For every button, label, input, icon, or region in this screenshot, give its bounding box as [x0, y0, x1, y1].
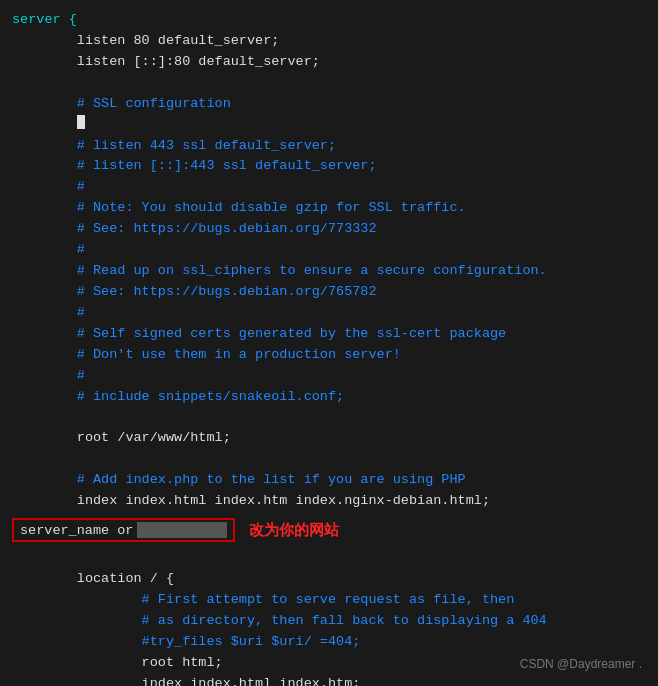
code-text: # Don't use them in a production server! [12, 345, 401, 366]
watermark: CSDN @Daydreamer . [520, 655, 642, 674]
code-text: root /var/www/html; [12, 428, 231, 449]
code-text: location / { [12, 569, 174, 590]
code-line: # Add index.php to the list if you are u… [12, 470, 646, 491]
code-line: # See: https://bugs.debian.org/765782 [12, 282, 646, 303]
code-line: # Don't use them in a production server! [12, 345, 646, 366]
code-line: server { [12, 10, 646, 31]
code-text: # listen [::]:443 ssl default_server; [12, 156, 377, 177]
code-line: index index.html index.htm; [12, 674, 646, 686]
code-text: server { [12, 10, 77, 31]
code-line: # [12, 303, 646, 324]
code-editor: server { listen 80 default_server; liste… [0, 0, 658, 686]
code-text: # [12, 366, 85, 387]
server-name-text: server_name or [20, 523, 133, 538]
code-line [12, 408, 646, 429]
code-text: listen [::]:80 default_server; [12, 52, 320, 73]
highlight-box: server_name or [12, 518, 235, 542]
code-line: listen [::]:80 default_server; [12, 52, 646, 73]
code-text: # [12, 177, 85, 198]
code-text: # Note: You should disable gzip for SSL … [12, 198, 466, 219]
code-line: # SSL configuration [12, 94, 646, 115]
code-line: # listen [::]:443 ssl default_server; [12, 156, 646, 177]
code-text [12, 408, 20, 429]
code-line: #try_files $uri $uri/ =404; [12, 632, 646, 653]
code-line [12, 73, 646, 94]
code-line: # See: https://bugs.debian.org/773332 [12, 219, 646, 240]
code-line: root /var/www/html; [12, 428, 646, 449]
code-line [12, 115, 646, 136]
code-text: # listen 443 ssl default_server; [12, 136, 336, 157]
code-text: # See: https://bugs.debian.org/773332 [12, 219, 377, 240]
code-line: index index.html index.htm index.nginx-d… [12, 491, 646, 512]
code-text: # Add index.php to the list if you are u… [12, 470, 466, 491]
code-line: # as directory, then fall back to displa… [12, 611, 646, 632]
code-text: listen 80 default_server; [12, 31, 279, 52]
code-line: # include snippets/snakeoil.conf; [12, 387, 646, 408]
code-text: # include snippets/snakeoil.conf; [12, 387, 344, 408]
code-line: # Self signed certs generated by the ssl… [12, 324, 646, 345]
code-line: # listen 443 ssl default_server; [12, 136, 646, 157]
code-line [12, 449, 646, 470]
code-line: location / { [12, 569, 646, 590]
code-text: # Self signed certs generated by the ssl… [12, 324, 506, 345]
code-text: root html; [12, 653, 223, 674]
code-text [12, 73, 20, 94]
code-line: listen 80 default_server; [12, 31, 646, 52]
code-text: # See: https://bugs.debian.org/765782 [12, 282, 377, 303]
server-name-line: server_name or 改为你的网站 [12, 518, 646, 542]
code-text: # SSL configuration [12, 94, 231, 115]
code-line: # [12, 366, 646, 387]
code-line: # Note: You should disable gzip for SSL … [12, 198, 646, 219]
code-text: # [12, 240, 85, 261]
code-text: # Read up on ssl_ciphers to ensure a sec… [12, 261, 547, 282]
redacted-domain [137, 522, 227, 538]
cursor [77, 115, 85, 129]
code-line: # [12, 240, 646, 261]
code-line: # Read up on ssl_ciphers to ensure a sec… [12, 261, 646, 282]
code-text [12, 115, 77, 136]
change-label: 改为你的网站 [249, 521, 339, 540]
code-text: # as directory, then fall back to displa… [12, 611, 547, 632]
code-line [12, 548, 646, 569]
code-text: # [12, 303, 85, 324]
code-text: index index.html index.htm index.nginx-d… [12, 491, 490, 512]
code-text: # First attempt to serve request as file… [12, 590, 514, 611]
code-text [12, 449, 20, 470]
code-text [12, 548, 20, 569]
code-text: #try_files $uri $uri/ =404; [12, 632, 360, 653]
code-line: # First attempt to serve request as file… [12, 590, 646, 611]
code-text: index index.html index.htm; [12, 674, 360, 686]
code-line: # [12, 177, 646, 198]
